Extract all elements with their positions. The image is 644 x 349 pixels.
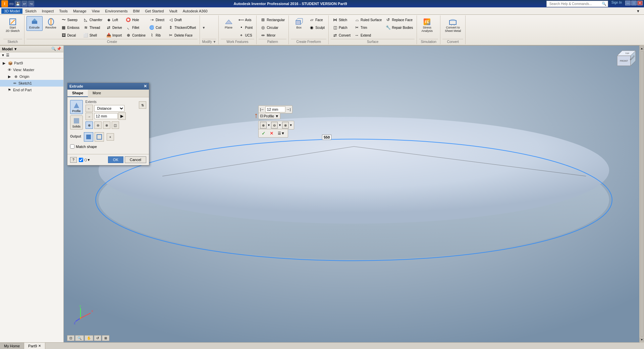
start-2d-sketch-btn[interactable]: Start2D Sketch xyxy=(3,16,22,34)
draft-btn[interactable]: ◁Draft xyxy=(166,16,198,23)
thicken-btn[interactable]: ⇕Thicken/Offset xyxy=(166,24,198,31)
menu-sketch[interactable]: Sketch xyxy=(22,8,39,14)
circular-btn[interactable]: ◎Circular xyxy=(259,24,286,31)
scroll-up-btn[interactable]: ▲ xyxy=(640,46,644,50)
profile-option-btn[interactable]: Profile xyxy=(70,100,83,114)
menu-3d-model[interactable]: 3D Model xyxy=(1,8,22,14)
extrude-btn[interactable]: Extrude xyxy=(26,16,43,31)
tree-item-end-of-part[interactable]: ⚑ End of Part xyxy=(0,87,63,93)
ok-btn[interactable]: OK xyxy=(108,156,123,163)
rectangular-btn[interactable]: ⊞Rectangular xyxy=(259,16,286,23)
viewport[interactable]: |← →| ⊡ Profile ▼ ⊕ ▼ ⊖ ▼ ⊗ ▼ ✓ ✕ ☰▼ ↑ 5… xyxy=(64,46,644,342)
revolve-btn[interactable]: Revolve xyxy=(43,16,59,31)
loft-btn[interactable]: ◈Loft xyxy=(104,16,124,23)
vp-cancel-btn[interactable]: ✕ xyxy=(268,130,275,137)
op-intersect-dlg-btn[interactable]: ⊗ xyxy=(103,121,110,129)
chamfer-btn[interactable]: ◺Chamfer xyxy=(82,16,104,23)
preview-label[interactable]: ⬡▼ xyxy=(79,158,91,162)
tree-item-part9[interactable]: ▶ 📦 Part9 xyxy=(0,60,63,66)
menu-manage[interactable]: Manage xyxy=(70,8,89,14)
dir-right-btn[interactable]: → xyxy=(86,113,93,120)
zoom-btn[interactable]: 🔍 xyxy=(75,335,84,341)
menu-bim[interactable]: BIM xyxy=(130,8,143,14)
emboss-btn[interactable]: ▦Emboss xyxy=(59,24,81,31)
coil-btn[interactable]: 🌀Coil xyxy=(148,24,166,31)
dimension-input[interactable] xyxy=(265,106,285,112)
pan-btn[interactable]: ✋ xyxy=(85,335,93,341)
menu-autodesk-a360[interactable]: Autodesk A360 xyxy=(180,8,210,14)
decal-btn[interactable]: 🖼Decal xyxy=(59,32,81,39)
replace-face-btn[interactable]: ↺Replace Face xyxy=(384,16,415,23)
dialog-tab-more[interactable]: More xyxy=(88,90,106,97)
face-btn[interactable]: ▱Face xyxy=(307,16,326,23)
panel-header[interactable]: Model ▼ 🔍 📌 xyxy=(0,46,63,52)
qat-undo[interactable]: ↩ xyxy=(21,1,28,7)
vp-options-btn[interactable]: ☰▼ xyxy=(276,131,286,136)
menu-environments[interactable]: Environments xyxy=(102,8,130,14)
orbit-btn[interactable]: ↺ xyxy=(94,335,101,341)
rib-btn[interactable]: ⌇Rib xyxy=(148,32,166,39)
delete-face-btn[interactable]: ✂Delete Face xyxy=(166,32,198,39)
tree-item-origin[interactable]: ▶ ⊕ Origin xyxy=(0,73,63,80)
match-shape-checkbox[interactable] xyxy=(70,144,74,149)
op-intersect-btn[interactable]: ⊗ xyxy=(282,122,289,129)
dir-left-btn[interactable]: ← xyxy=(86,105,93,112)
viewcube[interactable]: FRONT RIGHT TOP xyxy=(610,49,637,76)
op-new-solid-dlg-btn[interactable]: ◫ xyxy=(112,121,119,129)
repair-bodies-btn[interactable]: 🔧Repair Bodies xyxy=(384,24,415,31)
close-btn[interactable]: ✕ xyxy=(637,1,643,5)
derive-btn[interactable]: ⇄Derive xyxy=(104,24,124,31)
profile-toolbar[interactable]: ⊡ Profile ▼ xyxy=(258,113,280,119)
help-btn[interactable]: ? xyxy=(70,157,77,163)
sculpt-btn[interactable]: ◉Sculpt xyxy=(307,24,326,31)
fillet-btn[interactable]: ◟Fillet xyxy=(124,24,147,31)
output-solid-btn[interactable] xyxy=(84,132,93,142)
direct-btn[interactable]: ⇢Direct xyxy=(148,16,166,23)
extents-value-input[interactable] xyxy=(94,113,118,119)
qat-save[interactable]: 💾 xyxy=(15,1,21,7)
menu-get-started[interactable]: Get Started xyxy=(142,8,166,14)
convert-to-sheet-metal-btn[interactable]: Convert toSheet Metal xyxy=(442,16,463,34)
stress-analysis-btn[interactable]: FE StressAnalysis xyxy=(419,16,435,34)
my-home-tab[interactable]: My Home xyxy=(0,343,24,349)
cancel-btn[interactable]: Cancel xyxy=(125,156,146,163)
modify-dropdown[interactable]: ▼ xyxy=(202,26,205,30)
maximize-btn[interactable]: □ xyxy=(631,1,637,5)
op-join-btn[interactable]: ⊕ xyxy=(260,122,267,129)
search-input[interactable] xyxy=(548,1,602,6)
menu-vault[interactable]: Vault xyxy=(166,8,180,14)
minimize-btn[interactable]: — xyxy=(625,1,631,5)
menu-tools[interactable]: Tools xyxy=(56,8,70,14)
stitch-btn[interactable]: ⋈Stitch xyxy=(331,16,352,23)
op-cut-btn[interactable]: ⊖ xyxy=(271,122,278,129)
solids-option-btn[interactable]: Solids xyxy=(70,115,83,130)
point-btn[interactable]: •Point xyxy=(237,24,255,31)
op-join-dlg-btn[interactable]: ⊕ xyxy=(86,121,93,129)
op-dropdown2[interactable]: ▼ xyxy=(278,123,281,127)
plane-btn[interactable]: Plane xyxy=(221,16,237,31)
convert-surface-btn[interactable]: ⇄Convert xyxy=(331,32,352,39)
dialog-tab-shape[interactable]: Shape xyxy=(67,90,88,97)
extend-btn[interactable]: ↔Extend xyxy=(353,32,383,39)
dir-flip-btn[interactable]: ▶ xyxy=(118,112,126,120)
panel-search-icon[interactable]: 🔍 xyxy=(51,47,56,51)
combine-btn[interactable]: ⊕Combine xyxy=(124,32,147,39)
hole-btn[interactable]: ⭕Hole xyxy=(124,16,147,23)
preview-checkbox[interactable] xyxy=(79,158,83,162)
symmetric-btn[interactable]: ⇅ xyxy=(139,101,146,109)
dialog-titlebar[interactable]: Extrude ✕ xyxy=(67,83,149,90)
sweep-btn[interactable]: 〜Sweep xyxy=(59,16,81,23)
patch-btn[interactable]: ◫Patch xyxy=(331,24,352,31)
panel-pin-icon[interactable]: 📌 xyxy=(57,47,61,51)
scroll-down-btn[interactable]: ▼ xyxy=(640,338,644,342)
menu-dropdown[interactable]: ▼ xyxy=(634,8,643,14)
match-shape-label[interactable]: Match shape xyxy=(70,144,146,149)
output-extra-btn[interactable]: + xyxy=(107,133,114,141)
mirror-btn[interactable]: ⇔Mirror xyxy=(259,32,286,39)
zoom-ext-btn[interactable]: ⊡ xyxy=(67,335,74,341)
menu-view[interactable]: View xyxy=(89,8,103,14)
tree-item-view-master[interactable]: 👁 View: Master xyxy=(0,66,63,73)
output-surface-btn[interactable] xyxy=(95,132,104,142)
viewcube-btn[interactable]: ⊞ xyxy=(102,335,109,341)
trim-btn[interactable]: ✂Trim xyxy=(353,24,383,31)
